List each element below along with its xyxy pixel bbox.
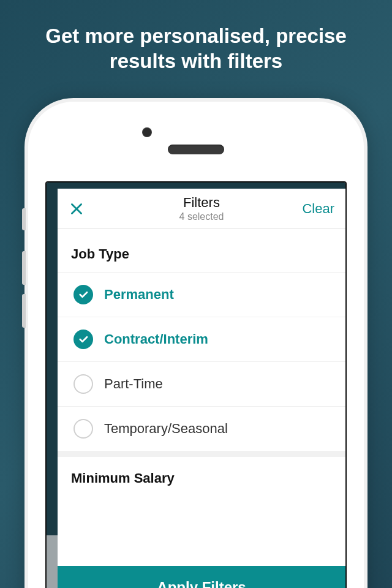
filters-modal: Filters 4 selected Clear Job Type Perman… [58, 189, 345, 588]
section-heading-job-type: Job Type [58, 229, 345, 272]
checkmark-icon [74, 330, 93, 349]
job-type-option[interactable]: Temporary/Seasonal [58, 406, 345, 451]
apply-filters-button[interactable]: Apply Filters [58, 566, 345, 588]
navbar-title: Filters [118, 195, 285, 211]
promo-headline: Get more personalised, precise results w… [0, 0, 392, 74]
phone-speaker [168, 145, 224, 154]
phone-side-button [22, 208, 26, 230]
navbar-subtitle: 4 selected [118, 211, 285, 222]
option-label: Temporary/Seasonal [104, 421, 228, 437]
phone-side-button [22, 294, 26, 328]
job-type-option[interactable]: Permanent [58, 272, 345, 317]
close-icon [69, 201, 85, 217]
circle-icon [74, 374, 93, 394]
circle-icon [74, 419, 93, 439]
phone-camera [142, 127, 152, 137]
phone-frame: Filters 4 selected Clear Job Type Perman… [24, 98, 368, 588]
clear-button[interactable]: Clear [302, 201, 334, 216]
close-button[interactable] [69, 201, 85, 217]
filters-navbar: Filters 4 selected Clear [58, 189, 345, 229]
option-label: Contract/Interim [104, 331, 208, 347]
app-screen: Filters 4 selected Clear Job Type Perman… [45, 181, 347, 588]
option-label: Part-Time [104, 376, 163, 392]
job-type-option[interactable]: Part-Time [58, 361, 345, 406]
option-label: Permanent [104, 287, 174, 303]
job-type-option[interactable]: Contract/Interim [58, 317, 345, 361]
phone-side-button [22, 251, 26, 285]
checkmark-icon [74, 285, 93, 304]
section-heading-minimum-salary: Minimum Salary [58, 451, 345, 497]
